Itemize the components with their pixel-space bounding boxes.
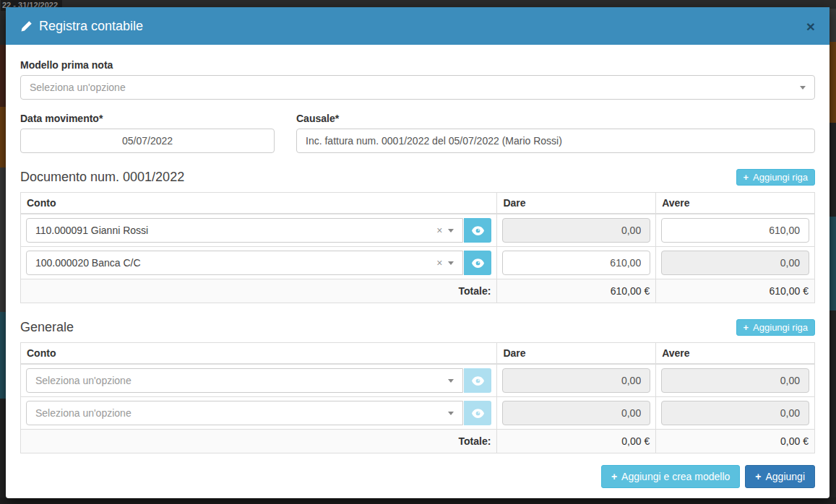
total-label: Totale: [21, 430, 497, 453]
eye-icon[interactable] [464, 218, 491, 243]
conto-select[interactable]: 110.000091 Gianni Rossi × [26, 218, 463, 243]
background-fragment [829, 310, 836, 498]
total-avere: 610,00 € [656, 279, 815, 303]
close-icon[interactable]: × [806, 19, 815, 34]
pencil-icon [20, 20, 33, 32]
chevron-down-icon [448, 412, 454, 415]
causale-input[interactable] [296, 129, 815, 153]
add-row-label: Aggiungi riga [753, 322, 808, 333]
plus-icon: + [744, 322, 749, 333]
column-header-dare: Dare [497, 193, 656, 214]
table-row: Seleziona un'opzione [21, 397, 815, 430]
total-row: Totale: 0,00 € 0,00 € [21, 430, 815, 453]
conto-select-placeholder: Seleziona un'opzione [35, 407, 442, 419]
table-row: Seleziona un'opzione [21, 364, 815, 397]
clear-icon[interactable]: × [436, 258, 442, 268]
data-movimento-input[interactable] [20, 129, 275, 153]
conto-select-value: 100.000020 Banca C/C [35, 257, 431, 269]
registra-contabile-modal: Registra contabile × Modello prima nota … [6, 7, 829, 498]
causale-label: Causale* [296, 113, 815, 124]
background-fragment [0, 45, 6, 107]
background-fragment [0, 312, 6, 399]
plus-icon: + [755, 471, 761, 482]
total-row: Totale: 610,00 € 610,00 € [21, 279, 815, 303]
generale-table: Conto Dare Avere Seleziona un'opzione [20, 342, 815, 453]
modal-footer: + Aggiungi e crea modello + Aggiungi [6, 465, 829, 498]
background-fragment [829, 9, 836, 42]
clear-icon[interactable]: × [436, 225, 442, 235]
section-title-documento: Documento num. 0001/2022 [20, 170, 184, 185]
chevron-down-icon [448, 261, 454, 265]
chevron-down-icon [448, 379, 454, 383]
background-fragment [829, 42, 836, 123]
add-row-button-documento[interactable]: + Aggiungi riga [736, 169, 815, 186]
add-row-label: Aggiungi riga [753, 172, 808, 183]
modello-select-placeholder: Seleziona un'opzione [30, 82, 794, 93]
modello-prima-nota-label: Modello prima nota [20, 59, 815, 71]
conto-select[interactable]: Seleziona un'opzione [26, 401, 463, 425]
total-dare: 610,00 € [497, 279, 656, 303]
chevron-down-icon [800, 86, 806, 90]
background-fragment [0, 107, 6, 168]
background-fragment [829, 123, 836, 217]
modal-header: Registra contabile × [6, 7, 829, 45]
column-header-avere: Avere [656, 343, 815, 365]
avere-input[interactable] [661, 218, 809, 243]
eye-icon[interactable] [464, 251, 491, 275]
column-header-conto: Conto [21, 343, 497, 365]
plus-icon: + [744, 172, 749, 183]
conto-select-placeholder: Seleziona un'opzione [35, 375, 442, 386]
avere-input[interactable] [661, 251, 809, 275]
total-avere: 0,00 € [656, 430, 815, 453]
column-header-avere: Avere [656, 193, 815, 214]
table-row: 110.000091 Gianni Rossi × [21, 214, 815, 247]
modal-body: Modello prima nota Seleziona un'opzione … [6, 45, 829, 465]
background-fragment [0, 399, 6, 498]
total-label: Totale: [21, 279, 497, 303]
column-header-conto: Conto [21, 193, 497, 214]
dare-input[interactable] [502, 251, 650, 275]
dare-input[interactable] [502, 368, 650, 393]
conto-select[interactable]: 100.000020 Banca C/C × [26, 251, 463, 275]
avere-input[interactable] [661, 401, 809, 425]
avere-input[interactable] [661, 368, 809, 393]
aggiungi-e-crea-modello-label: Aggiungi e crea modello [621, 471, 730, 482]
modal-title: Registra contabile [20, 19, 143, 34]
eye-icon[interactable] [464, 401, 491, 425]
chevron-down-icon [448, 229, 454, 233]
background-fragment [0, 498, 836, 504]
section-title-generale: Generale [20, 320, 74, 335]
data-movimento-label: Data movimento* [20, 113, 275, 124]
total-dare: 0,00 € [497, 430, 656, 453]
background-fragment [0, 168, 6, 312]
aggiungi-label: Aggiungi [766, 471, 806, 482]
aggiungi-button[interactable]: + Aggiungi [745, 465, 815, 488]
table-row: 100.000020 Banca C/C × [21, 247, 815, 279]
plus-icon: + [611, 471, 617, 482]
aggiungi-e-crea-modello-button[interactable]: + Aggiungi e crea modello [601, 465, 740, 488]
eye-icon[interactable] [464, 368, 491, 393]
add-row-button-generale[interactable]: + Aggiungi riga [736, 319, 815, 336]
column-header-dare: Dare [497, 343, 656, 365]
background-fragment [829, 217, 836, 310]
documento-table: Conto Dare Avere 110.000091 Gianni Rossi… [20, 192, 815, 303]
conto-select-value: 110.000091 Gianni Rossi [35, 225, 431, 236]
modal-title-text: Registra contabile [39, 19, 143, 34]
dare-input[interactable] [502, 218, 650, 243]
dare-input[interactable] [502, 401, 650, 425]
conto-select[interactable]: Seleziona un'opzione [26, 368, 463, 393]
modello-prima-nota-select[interactable]: Seleziona un'opzione [20, 75, 815, 100]
